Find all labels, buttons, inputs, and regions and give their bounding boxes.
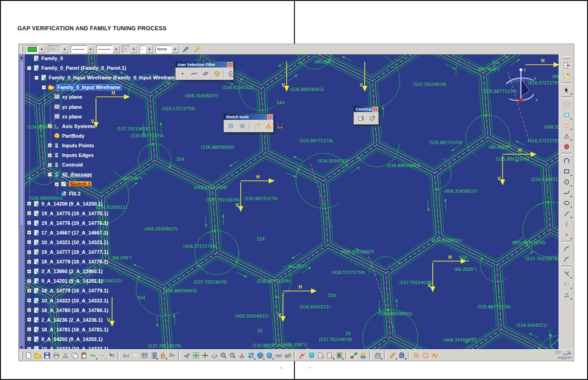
sketch-solving-status-icon[interactable] — [561, 99, 572, 110]
dimensional-constraints-icon[interactable] — [274, 121, 285, 131]
history-icon[interactable] — [307, 351, 316, 360]
expand-tree-icon[interactable]: ▾ — [325, 351, 334, 360]
constraints-defined-in-dialog-icon[interactable] — [355, 113, 366, 123]
render-style-select[interactable]: ⌐▼ — [140, 45, 153, 53]
tree-item-inputs[interactable]: +Inputs Edges — [48, 151, 94, 159]
tree-item-label[interactable]: 9_A_14200 (9_A_14200.1) — [41, 201, 102, 207]
toolbar-grip[interactable] — [563, 56, 570, 59]
tree-item-label[interactable]: 17_A_14667 (17_A_14667.1) — [41, 230, 108, 235]
tree-item-18_a_14779[interactable]: +18_A_14779 (18_A_14779.1) — [27, 286, 108, 295]
annotation-icon[interactable] — [130, 351, 140, 360]
tree-item-9_a_14201[interactable]: +9_A_14201 (9_A_14201.1) — [27, 277, 102, 285]
tree-item-18_a_14778[interactable]: +18_A_14778 (18_A_14778.1) — [27, 257, 108, 266]
circle-icon[interactable]: ▾ — [561, 177, 572, 187]
chevron-down-icon[interactable]: ▼ — [130, 45, 137, 53]
tree-item-inputs[interactable]: +Inputs Points — [48, 141, 94, 150]
expand-icon[interactable]: + — [27, 279, 31, 283]
toolbar-titlebar[interactable]: Sketch tools × — [224, 114, 273, 120]
copy-icon[interactable] — [70, 351, 79, 360]
trim-icon[interactable]: ▾ — [561, 268, 572, 279]
edit-list-icon[interactable] — [316, 351, 325, 360]
exchange-file-icon[interactable]: ▾ — [373, 351, 382, 360]
redo-icon[interactable]: ▾ — [97, 351, 107, 360]
feature-element-filter-icon[interactable] — [226, 68, 237, 79]
collapse-icon[interactable]: – — [42, 85, 46, 89]
toolbar-titlebar[interactable]: User Selection Filter × — [175, 61, 233, 67]
geometrical-constraints-icon[interactable] — [263, 121, 274, 131]
transparency-select[interactable]: 0%▼ — [48, 45, 69, 53]
tree-item-label[interactable]: zx plane — [62, 114, 82, 119]
tree-item-19_a_14776[interactable]: +19_A_14776 (19_A_14776.1) — [27, 219, 108, 227]
fly-mode-icon[interactable] — [182, 351, 191, 360]
tree-item-label[interactable]: Sketch.1 — [69, 181, 91, 187]
conic-icon[interactable]: ▾ — [561, 198, 572, 208]
tree-item-label[interactable]: 18_A_14779 (18_A_14779.1) — [41, 288, 108, 293]
cut-part-by-sketch-plane-icon[interactable]: ▾ — [561, 110, 572, 120]
tree-item-10_a_14322[interactable]: +10_A_14322 (10_A_14322.1) — [27, 296, 108, 305]
expand-icon[interactable]: + — [27, 327, 31, 331]
paste-icon[interactable] — [79, 351, 88, 360]
grid-icon[interactable] — [225, 121, 236, 131]
profile-icon[interactable] — [561, 156, 572, 166]
tree-item-xy[interactable]: xy plane — [48, 93, 82, 101]
toolbar-grip[interactable] — [21, 45, 23, 53]
tree-item-label[interactable]: 18_A_14778 (18_A_14778.1) — [41, 259, 108, 264]
mirror-icon[interactable]: ▾ — [561, 279, 572, 290]
product-structure-icon[interactable]: ▾ — [149, 351, 158, 360]
tree-scrollbar[interactable]: ▲ ▼ — [19, 54, 24, 350]
tree-item-18_a_14781[interactable]: +18_A_14781 (18_A_14781.1) — [27, 325, 108, 334]
volume-filter-icon[interactable] — [211, 68, 222, 79]
chevron-down-icon[interactable]: ▾ — [571, 238, 572, 240]
rectangle-icon[interactable]: ▾ — [561, 166, 572, 177]
rules-icon[interactable]: = — [167, 351, 176, 360]
chevron-down-icon[interactable]: ▼ — [61, 45, 68, 53]
fit-all-in-icon[interactable] — [191, 351, 200, 360]
tree-item-label[interactable]: Inputs Points — [62, 143, 94, 148]
undo-icon[interactable]: ▾ — [88, 351, 97, 360]
point-icon[interactable]: ▾ — [561, 229, 572, 240]
knowledge-inspector-icon[interactable] — [298, 351, 307, 360]
lock-icon[interactable]: ▾ — [158, 351, 167, 360]
print-icon[interactable] — [51, 351, 61, 360]
zoom-in-icon[interactable] — [219, 351, 228, 360]
collapse-icon[interactable]: – — [27, 66, 31, 70]
point-symbol-select[interactable]: ×▼ — [122, 45, 138, 53]
tree-item-fill.3[interactable]: Fill.3 — [55, 190, 80, 198]
chevron-down-icon[interactable]: ▼ — [171, 45, 179, 53]
constraint-tool-icon[interactable]: 20▾ — [561, 290, 572, 300]
pan-icon[interactable] — [200, 351, 209, 360]
tree-item-18_a_14780[interactable]: +18_A_14780 (18_A_14780.1) — [27, 306, 108, 314]
tree-item-label[interactable]: 10_A_14321 (10_A_14321.1) — [41, 240, 108, 245]
save-icon[interactable] — [42, 351, 51, 360]
tree-item-family_0[interactable]: Family_0 — [27, 54, 63, 62]
expand-icon[interactable]: + — [27, 230, 31, 235]
zoom-out-icon[interactable] — [228, 351, 237, 360]
expand-icon[interactable]: + — [27, 289, 31, 293]
tree-item-label[interactable]: 18_A_14780 (18_A_14780.1) — [41, 307, 108, 313]
tree-item-axis[interactable]: +Axis Systems — [48, 122, 95, 130]
tree-item-label[interactable]: Family_0 — [41, 56, 63, 61]
chevron-down-icon[interactable]: ▾ — [342, 358, 344, 360]
tree-item-zx[interactable]: zx plane — [48, 112, 82, 121]
tree-item-label[interactable]: PartBody — [62, 133, 85, 139]
wizard-icon[interactable] — [192, 45, 202, 54]
collapse-icon[interactable]: – — [34, 76, 39, 80]
collapse-icon[interactable]: – — [48, 173, 52, 177]
sketcher-icon[interactable] — [561, 71, 572, 81]
tree-item-label[interactable]: 19_A_14777 (19_A_14777.1) — [41, 249, 108, 255]
fill-color-select[interactable]: ▼ — [26, 45, 46, 53]
tree-item-label[interactable]: Fill.3 — [69, 191, 80, 196]
normal-view-icon[interactable] — [237, 351, 246, 360]
chevron-down-icon[interactable]: ▾ — [571, 298, 572, 300]
tree-item-9_a_14202[interactable]: +9_A_14202 (9_A_14202.1) — [27, 335, 102, 343]
chevron-down-icon[interactable]: ▼ — [113, 45, 120, 53]
tree-item-label[interactable]: 19_A_14776 (19_A_14776.1) — [41, 220, 108, 226]
toolbar-titlebar[interactable]: Constrai... × — [354, 106, 379, 112]
scroll-up-icon[interactable]: ▲ — [19, 54, 24, 60]
tree-item-label[interactable]: 19_A_14775 (19_A_14775.1) — [41, 211, 108, 216]
chevron-down-icon[interactable]: ▼ — [87, 45, 94, 53]
sketch-transformation-icon[interactable]: ▾ — [561, 131, 572, 141]
measure-between-icon[interactable] — [349, 351, 358, 360]
expand-icon[interactable]: + — [27, 201, 31, 206]
tree-item-label[interactable]: yz plane — [62, 104, 82, 110]
